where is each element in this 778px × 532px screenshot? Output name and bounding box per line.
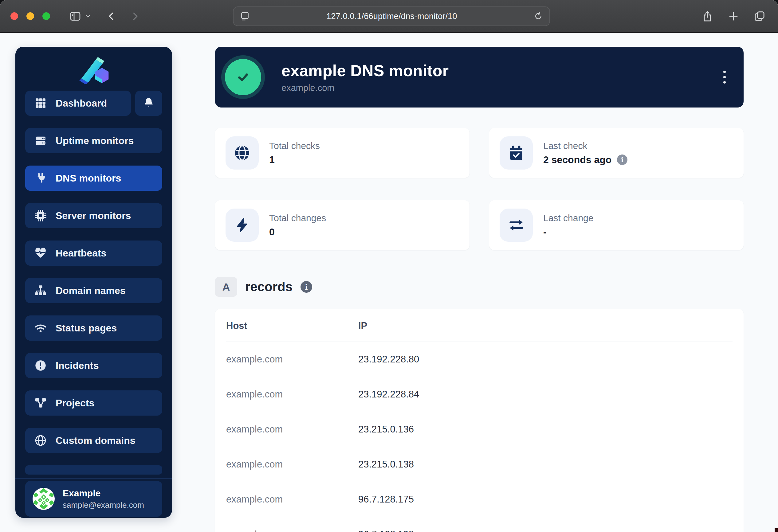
- address-bar[interactable]: 127.0.0.1/66uptime/dns-monitor/10: [233, 6, 550, 26]
- app-sidebar: Dashboard: [15, 47, 172, 518]
- sidebar-item-label: Domain names: [56, 285, 126, 296]
- user-profile-card[interactable]: Example sample@example.com: [25, 481, 162, 517]
- table-row: example.com 23.215.0.138: [226, 447, 732, 482]
- records-table-card: Host IP example.com 23.192.228.80 exampl…: [215, 309, 744, 532]
- sidebar-item-label: Projects: [56, 397, 94, 409]
- chevron-down-icon[interactable]: [84, 13, 91, 20]
- stat-card-total-checks: Total checks 1: [215, 128, 469, 178]
- stat-label: Total changes: [269, 213, 326, 223]
- sidebar-item-label: Uptime monitors: [56, 135, 134, 147]
- window-controls: [10, 12, 50, 20]
- records-title: records: [245, 279, 293, 294]
- stat-label: Total checks: [269, 141, 320, 151]
- status-up-icon: [225, 59, 261, 95]
- sidebar-item-domain-names[interactable]: Domain names: [25, 278, 162, 303]
- records-table: Host IP example.com 23.192.228.80 exampl…: [226, 309, 732, 532]
- sidebar-item-custom-domains[interactable]: Custom domains: [25, 428, 162, 453]
- host-cell: example.com: [226, 482, 358, 517]
- sitemap-icon: [34, 284, 47, 297]
- stats-grid: Total checks 1: [215, 128, 744, 250]
- heart-pulse-icon: [34, 247, 47, 259]
- ip-cell: 23.192.228.80: [358, 342, 732, 377]
- grid-icon: [34, 97, 47, 109]
- host-cell: example.com: [226, 517, 358, 532]
- sidebar-item-label: Heartbeats: [56, 248, 106, 259]
- minimize-window-button[interactable]: [26, 12, 34, 20]
- plug-icon: [34, 172, 47, 184]
- sidebar-toggle-icon[interactable]: [69, 10, 81, 22]
- sidebar-item-status-pages[interactable]: Status pages: [25, 316, 162, 341]
- kebab-menu-icon[interactable]: [719, 66, 730, 88]
- new-tab-icon[interactable]: [727, 10, 739, 22]
- reload-icon[interactable]: [533, 11, 543, 21]
- globe-solid-icon: [226, 137, 259, 170]
- ip-cell: 23.215.0.136: [358, 412, 732, 447]
- user-email: sample@example.com: [63, 500, 144, 510]
- records-info-icon[interactable]: i: [301, 281, 312, 293]
- host-cell: example.com: [226, 447, 358, 482]
- sidebar-item-label: Custom domains: [56, 435, 136, 446]
- column-header-ip: IP: [358, 309, 732, 342]
- ip-cell: 23.215.0.138: [358, 447, 732, 482]
- sidebar-item-label: Status pages: [56, 323, 117, 334]
- server-stack-icon: [34, 135, 47, 147]
- browser-toolbar: 127.0.0.1/66uptime/dns-monitor/10: [0, 0, 778, 33]
- bolt-icon: [226, 208, 259, 242]
- avatar: [32, 488, 55, 510]
- stat-card-total-changes: Total changes 0: [215, 200, 469, 250]
- zoom-window-button[interactable]: [43, 12, 50, 20]
- stat-value: 1: [269, 154, 275, 166]
- host-cell: example.com: [226, 342, 358, 377]
- app-logo[interactable]: [25, 54, 162, 84]
- share-icon[interactable]: [701, 10, 713, 22]
- stat-label: Last check: [543, 141, 627, 151]
- sidebar-item-dashboard[interactable]: Dashboard: [25, 91, 131, 116]
- sidebar-item-server-monitors[interactable]: Server monitors: [25, 203, 162, 228]
- stat-card-last-check: Last check 2 seconds ago i: [489, 128, 744, 178]
- bell-icon: [143, 97, 155, 110]
- page-settings-icon[interactable]: [240, 11, 250, 21]
- main-content: example DNS monitor example.com: [215, 47, 744, 532]
- sidebar-divider: [15, 478, 172, 478]
- swap-arrows-icon: [499, 208, 533, 242]
- tab-overview-icon[interactable]: [754, 10, 766, 22]
- monitor-title: example DNS monitor: [282, 62, 449, 80]
- calendar-check-icon: [499, 137, 533, 170]
- url-text[interactable]: 127.0.0.1/66uptime/dns-monitor/10: [250, 12, 533, 21]
- column-header-host: Host: [226, 309, 358, 342]
- monitor-header-card: example DNS monitor example.com: [215, 47, 744, 107]
- stat-value: -: [543, 227, 547, 238]
- sidebar-item-label: Dashboard: [56, 98, 107, 109]
- exclamation-circle-icon: [34, 359, 47, 372]
- host-cell: example.com: [226, 377, 358, 412]
- forward-button[interactable]: [129, 11, 140, 22]
- ip-cell: 96.7.128.198: [358, 517, 732, 532]
- records-section-header: A records i: [215, 277, 744, 297]
- sidebar-item-label: Server monitors: [56, 210, 131, 221]
- page-content: Dashboard: [0, 33, 778, 532]
- sidebar-item-label: DNS monitors: [56, 173, 121, 184]
- sidebar-item-dns-monitors[interactable]: DNS monitors: [25, 166, 162, 191]
- microchip-icon: [34, 209, 47, 222]
- sidebar-item-projects[interactable]: Projects: [25, 390, 162, 416]
- sidebar-item-uptime-monitors[interactable]: Uptime monitors: [25, 128, 162, 153]
- close-window-button[interactable]: [10, 12, 18, 20]
- notifications-button[interactable]: [135, 91, 162, 116]
- ip-cell: 96.7.128.175: [358, 482, 732, 517]
- wifi-icon: [34, 322, 47, 334]
- stat-value: 2 seconds ago: [543, 154, 612, 166]
- back-button[interactable]: [106, 11, 117, 22]
- sidebar-item-heartbeats[interactable]: Heartbeats: [25, 241, 162, 266]
- sidebar-item-incidents[interactable]: Incidents: [25, 353, 162, 378]
- table-row: example.com 96.7.128.198: [226, 517, 732, 532]
- sidebar-item-label: Incidents: [56, 360, 99, 371]
- diagram-project-icon: [34, 397, 47, 409]
- ip-cell: 23.192.228.84: [358, 377, 732, 412]
- info-icon[interactable]: i: [617, 155, 627, 165]
- stat-card-last-change: Last change -: [489, 200, 744, 250]
- table-row: example.com 96.7.128.175: [226, 482, 732, 517]
- table-row: example.com 23.215.0.136: [226, 412, 732, 447]
- sidebar-item-partial[interactable]: [25, 465, 162, 474]
- record-type-badge: A: [215, 277, 237, 297]
- stat-value: 0: [269, 227, 275, 238]
